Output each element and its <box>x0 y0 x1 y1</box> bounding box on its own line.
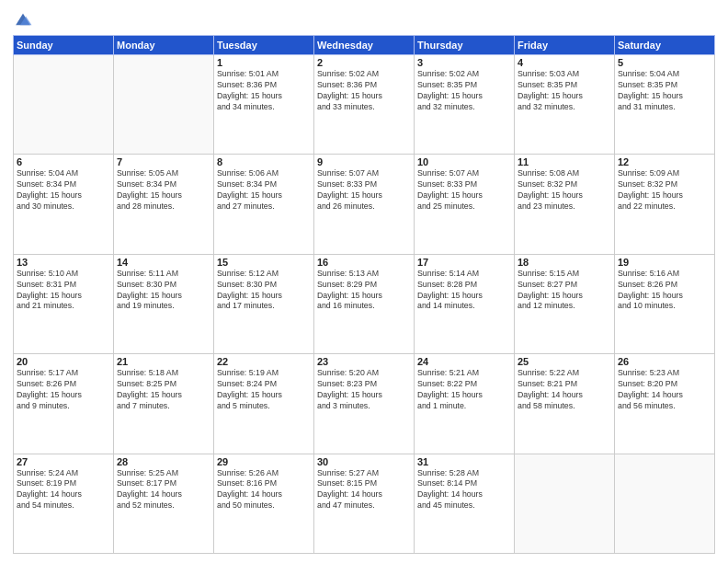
day-number: 5 <box>618 57 711 68</box>
day-detail: Sunrise: 5:11 AM Sunset: 8:30 PM Dayligh… <box>117 269 210 313</box>
day-number: 23 <box>317 356 411 367</box>
day-detail: Sunrise: 5:05 AM Sunset: 8:34 PM Dayligh… <box>117 168 210 213</box>
calendar-cell: 7Sunrise: 5:05 AM Sunset: 8:34 PM Daylig… <box>114 155 214 254</box>
day-number: 25 <box>518 356 611 367</box>
week-row-3: 13Sunrise: 5:10 AM Sunset: 8:31 PM Dayli… <box>14 254 715 353</box>
calendar-cell: 11Sunrise: 5:08 AM Sunset: 8:32 PM Dayli… <box>515 155 615 254</box>
day-detail: Sunrise: 5:26 AM Sunset: 8:16 PM Dayligh… <box>217 468 311 512</box>
week-row-1: 1Sunrise: 5:01 AM Sunset: 8:36 PM Daylig… <box>14 55 715 155</box>
calendar-cell: 19Sunrise: 5:16 AM Sunset: 8:26 PM Dayli… <box>615 254 715 353</box>
weekday-header-saturday: Saturday <box>615 36 715 55</box>
day-detail: Sunrise: 5:08 AM Sunset: 8:32 PM Dayligh… <box>518 168 611 213</box>
weekday-header-monday: Monday <box>114 36 214 55</box>
calendar-cell: 13Sunrise: 5:10 AM Sunset: 8:31 PM Dayli… <box>14 254 114 353</box>
calendar-cell <box>14 55 114 155</box>
day-detail: Sunrise: 5:04 AM Sunset: 8:35 PM Dayligh… <box>618 69 711 113</box>
calendar-cell: 23Sunrise: 5:20 AM Sunset: 8:23 PM Dayli… <box>314 354 415 454</box>
day-number: 8 <box>217 156 311 167</box>
calendar-cell: 24Sunrise: 5:21 AM Sunset: 8:22 PM Dayli… <box>415 354 515 454</box>
day-number: 4 <box>518 57 611 68</box>
day-detail: Sunrise: 5:20 AM Sunset: 8:23 PM Dayligh… <box>317 368 411 412</box>
calendar-cell: 3Sunrise: 5:02 AM Sunset: 8:35 PM Daylig… <box>415 55 515 155</box>
day-detail: Sunrise: 5:04 AM Sunset: 8:34 PM Dayligh… <box>17 168 110 213</box>
day-number: 2 <box>317 57 411 68</box>
day-number: 11 <box>518 156 611 167</box>
calendar-cell: 28Sunrise: 5:25 AM Sunset: 8:17 PM Dayli… <box>114 454 214 553</box>
calendar-cell: 4Sunrise: 5:03 AM Sunset: 8:35 PM Daylig… <box>515 55 615 155</box>
logo <box>13 9 37 29</box>
day-number: 13 <box>17 257 110 268</box>
day-detail: Sunrise: 5:16 AM Sunset: 8:26 PM Dayligh… <box>618 269 711 313</box>
day-detail: Sunrise: 5:22 AM Sunset: 8:21 PM Dayligh… <box>518 368 611 412</box>
day-number: 21 <box>117 356 210 367</box>
day-number: 20 <box>17 356 110 367</box>
calendar-cell: 8Sunrise: 5:06 AM Sunset: 8:34 PM Daylig… <box>214 155 314 254</box>
day-detail: Sunrise: 5:02 AM Sunset: 8:36 PM Dayligh… <box>317 69 411 113</box>
day-number: 3 <box>417 57 511 68</box>
week-row-2: 6Sunrise: 5:04 AM Sunset: 8:34 PM Daylig… <box>14 155 715 254</box>
day-number: 26 <box>618 356 711 367</box>
calendar-cell: 9Sunrise: 5:07 AM Sunset: 8:33 PM Daylig… <box>314 155 415 254</box>
day-detail: Sunrise: 5:07 AM Sunset: 8:33 PM Dayligh… <box>417 168 511 213</box>
day-number: 6 <box>17 156 110 167</box>
day-number: 24 <box>417 356 511 367</box>
week-row-4: 20Sunrise: 5:17 AM Sunset: 8:26 PM Dayli… <box>14 354 715 454</box>
calendar-cell: 26Sunrise: 5:23 AM Sunset: 8:20 PM Dayli… <box>615 354 715 454</box>
day-detail: Sunrise: 5:07 AM Sunset: 8:33 PM Dayligh… <box>317 168 411 213</box>
day-number: 12 <box>618 156 711 167</box>
day-number: 28 <box>117 456 210 467</box>
day-detail: Sunrise: 5:25 AM Sunset: 8:17 PM Dayligh… <box>117 468 210 512</box>
day-detail: Sunrise: 5:02 AM Sunset: 8:35 PM Dayligh… <box>417 69 511 113</box>
weekday-header-tuesday: Tuesday <box>214 36 314 55</box>
day-detail: Sunrise: 5:18 AM Sunset: 8:25 PM Dayligh… <box>117 368 210 412</box>
calendar-cell: 30Sunrise: 5:27 AM Sunset: 8:15 PM Dayli… <box>314 454 415 553</box>
day-detail: Sunrise: 5:14 AM Sunset: 8:28 PM Dayligh… <box>417 269 511 313</box>
day-number: 16 <box>317 257 411 268</box>
page: SundayMondayTuesdayWednesdayThursdayFrid… <box>0 0 728 563</box>
calendar-cell: 15Sunrise: 5:12 AM Sunset: 8:30 PM Dayli… <box>214 254 314 353</box>
day-number: 19 <box>618 257 711 268</box>
day-number: 27 <box>17 456 110 467</box>
calendar-cell <box>114 55 214 155</box>
day-number: 17 <box>417 257 511 268</box>
day-detail: Sunrise: 5:03 AM Sunset: 8:35 PM Dayligh… <box>518 69 611 113</box>
calendar-cell: 14Sunrise: 5:11 AM Sunset: 8:30 PM Dayli… <box>114 254 214 353</box>
weekday-header-friday: Friday <box>515 36 615 55</box>
day-detail: Sunrise: 5:13 AM Sunset: 8:29 PM Dayligh… <box>317 269 411 313</box>
calendar-cell: 18Sunrise: 5:15 AM Sunset: 8:27 PM Dayli… <box>515 254 615 353</box>
day-number: 14 <box>117 257 210 268</box>
day-detail: Sunrise: 5:12 AM Sunset: 8:30 PM Dayligh… <box>217 269 311 313</box>
day-number: 22 <box>217 356 311 367</box>
weekday-header-wednesday: Wednesday <box>314 36 415 55</box>
week-row-5: 27Sunrise: 5:24 AM Sunset: 8:19 PM Dayli… <box>14 454 715 553</box>
calendar-cell: 25Sunrise: 5:22 AM Sunset: 8:21 PM Dayli… <box>515 354 615 454</box>
day-number: 15 <box>217 257 311 268</box>
day-number: 9 <box>317 156 411 167</box>
day-number: 29 <box>217 456 311 467</box>
calendar-cell: 12Sunrise: 5:09 AM Sunset: 8:32 PM Dayli… <box>615 155 715 254</box>
calendar-cell: 1Sunrise: 5:01 AM Sunset: 8:36 PM Daylig… <box>214 55 314 155</box>
calendar-cell: 29Sunrise: 5:26 AM Sunset: 8:16 PM Dayli… <box>214 454 314 553</box>
calendar-cell: 27Sunrise: 5:24 AM Sunset: 8:19 PM Dayli… <box>14 454 114 553</box>
day-number: 30 <box>317 456 411 467</box>
day-number: 7 <box>117 156 210 167</box>
calendar-table: SundayMondayTuesdayWednesdayThursdayFrid… <box>13 35 715 554</box>
calendar-cell: 20Sunrise: 5:17 AM Sunset: 8:26 PM Dayli… <box>14 354 114 454</box>
day-detail: Sunrise: 5:21 AM Sunset: 8:22 PM Dayligh… <box>417 368 511 412</box>
weekday-header-sunday: Sunday <box>14 36 114 55</box>
day-detail: Sunrise: 5:24 AM Sunset: 8:19 PM Dayligh… <box>17 468 110 512</box>
day-detail: Sunrise: 5:17 AM Sunset: 8:26 PM Dayligh… <box>17 368 110 412</box>
header <box>13 9 715 29</box>
weekday-header-thursday: Thursday <box>415 36 515 55</box>
calendar-cell: 31Sunrise: 5:28 AM Sunset: 8:14 PM Dayli… <box>415 454 515 553</box>
calendar-cell <box>515 454 615 553</box>
day-number: 31 <box>417 456 511 467</box>
day-detail: Sunrise: 5:27 AM Sunset: 8:15 PM Dayligh… <box>317 468 411 512</box>
day-detail: Sunrise: 5:10 AM Sunset: 8:31 PM Dayligh… <box>17 269 110 313</box>
calendar-cell: 5Sunrise: 5:04 AM Sunset: 8:35 PM Daylig… <box>615 55 715 155</box>
day-detail: Sunrise: 5:19 AM Sunset: 8:24 PM Dayligh… <box>217 368 311 412</box>
calendar-cell: 22Sunrise: 5:19 AM Sunset: 8:24 PM Dayli… <box>214 354 314 454</box>
calendar-cell: 6Sunrise: 5:04 AM Sunset: 8:34 PM Daylig… <box>14 155 114 254</box>
day-detail: Sunrise: 5:28 AM Sunset: 8:14 PM Dayligh… <box>417 468 511 512</box>
day-number: 1 <box>217 57 311 68</box>
